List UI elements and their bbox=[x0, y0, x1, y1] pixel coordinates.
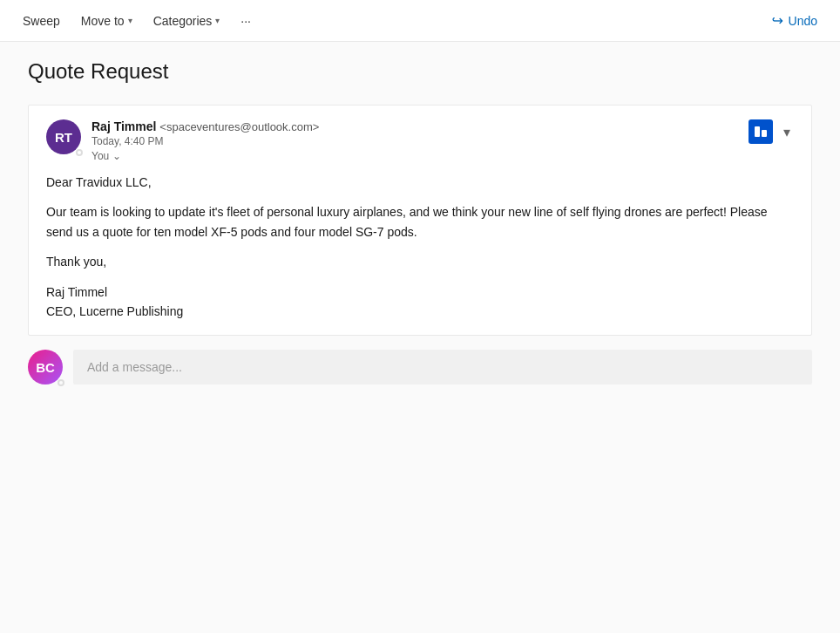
email-actions: ▾ bbox=[749, 119, 794, 144]
sender-info: RT Raj Timmel <spaceventures@outlook.com… bbox=[46, 119, 319, 162]
sender-avatar: RT bbox=[46, 119, 81, 154]
sender-to: You ⌄ bbox=[91, 150, 319, 162]
email-body: Dear Travidux LLC, Our team is looking t… bbox=[46, 173, 794, 321]
expand-icon: ▾ bbox=[783, 125, 790, 140]
signature-name: Raj Timmel bbox=[46, 282, 794, 302]
sweep-button[interactable]: Sweep bbox=[14, 9, 69, 33]
sender-time: Today, 4:40 PM bbox=[91, 135, 319, 147]
undo-icon: ↩ bbox=[772, 12, 783, 29]
sweep-label: Sweep bbox=[23, 14, 60, 28]
email-area: Quote Request RT Raj Timmel <spaceventur… bbox=[0, 42, 840, 633]
trello-bar-right bbox=[762, 130, 767, 137]
move-to-chevron-icon: ▾ bbox=[128, 16, 132, 25]
sender-avatar-wrapper: RT bbox=[46, 119, 81, 154]
recipient-expand-icon[interactable]: ⌄ bbox=[112, 150, 121, 162]
categories-chevron-icon: ▾ bbox=[215, 16, 220, 25]
trello-icon bbox=[755, 126, 767, 137]
move-to-button[interactable]: Move to ▾ bbox=[72, 9, 141, 33]
sender-details: Raj Timmel <spaceventures@outlook.com> T… bbox=[91, 119, 319, 162]
more-button[interactable]: ··· bbox=[232, 9, 260, 33]
signature-title: CEO, Lucerne Publishing bbox=[46, 302, 794, 321]
move-to-label: Move to bbox=[81, 14, 125, 28]
email-para1: Our team is looking to update it's fleet… bbox=[46, 202, 794, 242]
reply-avatar-initials: BC bbox=[36, 360, 55, 375]
reply-placeholder: Add a message... bbox=[87, 360, 182, 374]
undo-button[interactable]: ↩ Undo bbox=[763, 7, 826, 34]
email-subject: Quote Request bbox=[28, 59, 812, 84]
email-header: RT Raj Timmel <spaceventures@outlook.com… bbox=[46, 119, 794, 162]
reply-avatar-indicator bbox=[58, 379, 64, 386]
more-label: ··· bbox=[240, 14, 251, 28]
categories-button[interactable]: Categories ▾ bbox=[145, 9, 229, 33]
toolbar: Sweep Move to ▾ Categories ▾ ··· ↩ Undo bbox=[0, 0, 840, 42]
sender-avatar-initials: RT bbox=[55, 130, 72, 145]
reply-avatar: BC bbox=[28, 350, 63, 385]
email-thanks: Thank you, bbox=[46, 252, 794, 271]
reply-avatar-wrapper: BC bbox=[28, 350, 63, 385]
undo-label: Undo bbox=[789, 14, 817, 28]
sender-name: Raj Timmel <spaceventures@outlook.com> bbox=[91, 119, 319, 133]
email-signature: Raj Timmel CEO, Lucerne Publishing bbox=[46, 282, 794, 322]
trello-bar-left bbox=[755, 126, 760, 137]
avatar-status-indicator bbox=[76, 149, 83, 156]
categories-label: Categories bbox=[153, 14, 213, 28]
reply-input[interactable]: Add a message... bbox=[73, 350, 812, 385]
email-message: RT Raj Timmel <spaceventures@outlook.com… bbox=[28, 105, 812, 336]
reply-area: BC Add a message... bbox=[28, 350, 812, 391]
email-expand-button[interactable]: ▾ bbox=[780, 120, 794, 144]
email-greeting: Dear Travidux LLC, bbox=[46, 173, 794, 192]
trello-button[interactable] bbox=[749, 119, 773, 144]
app-container: Sweep Move to ▾ Categories ▾ ··· ↩ Undo … bbox=[0, 0, 840, 633]
